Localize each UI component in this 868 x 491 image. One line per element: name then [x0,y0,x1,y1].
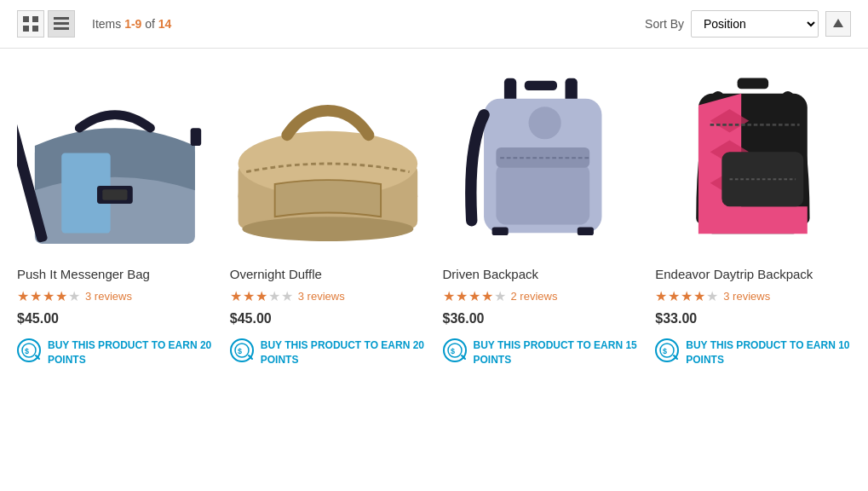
svg-rect-28 [496,164,589,225]
reviews-link[interactable]: 3 reviews [723,290,770,303]
product-price: $33.00 [655,311,851,326]
list-view-button[interactable] [48,10,75,38]
earn-icon: $ [655,338,679,362]
stars-row: ★★★★★ 3 reviews [655,288,851,304]
svg-text:$: $ [663,347,667,355]
product-card: Overnight Duffle ★★★★★ 3 reviews $45.00 … [230,74,426,367]
items-total: 14 [158,17,172,31]
product-image[interactable] [655,74,851,253]
svg-text:$: $ [25,347,29,355]
svg-rect-3 [32,26,38,32]
star-filled: ★ [30,288,42,304]
reviews-link[interactable]: 2 reviews [511,290,558,303]
svg-marker-7 [833,19,843,27]
product-name: Overnight Duffle [230,267,426,281]
svg-rect-2 [23,26,29,32]
earn-points[interactable]: $ BUY THIS PRODUCT TO EARN 15 POINTS [443,338,639,367]
stars: ★★★★★ [443,288,506,304]
view-controls [17,10,75,38]
items-range: 1-9 [124,17,141,31]
star-filled: ★ [481,288,493,304]
star-filled: ★ [43,288,55,304]
stars: ★★★★★ [655,288,718,304]
svg-rect-10 [191,128,202,146]
product-name: Driven Backpack [443,267,639,281]
earn-points-text: BUY THIS PRODUCT TO EARN 20 POINTS [261,338,426,367]
earn-points[interactable]: $ BUY THIS PRODUCT TO EARN 20 POINTS [17,338,213,367]
top-bar: Items 1-9 of 14 Sort By Position Product… [0,0,868,49]
stars-row: ★★★★★ 2 reviews [443,288,639,304]
star-empty: ★ [494,288,506,304]
earn-points-text: BUY THIS PRODUCT TO EARN 20 POINTS [48,338,213,367]
sort-controls: Sort By Position Product Name Price [645,10,851,38]
star-filled: ★ [256,288,267,304]
star-filled: ★ [17,288,29,304]
product-image[interactable] [17,74,213,253]
product-price: $36.00 [443,311,639,326]
items-count: Items 1-9 of 14 [92,17,171,31]
star-empty: ★ [281,288,293,304]
svg-rect-31 [577,227,593,235]
product-price: $45.00 [17,311,213,326]
list-icon [54,16,69,32]
star-filled: ★ [655,288,667,304]
stars-row: ★★★★★ 3 reviews [17,288,213,304]
sort-select[interactable]: Position Product Name Price [691,10,819,38]
earn-icon: $ [443,338,467,362]
svg-rect-30 [491,227,508,235]
svg-point-32 [528,107,560,139]
products-grid: Push It Messenger Bag ★★★★★ 3 reviews $4… [0,49,868,393]
star-empty: ★ [68,288,80,304]
product-image[interactable] [443,74,639,253]
earn-icon: $ [230,338,254,362]
svg-point-20 [242,217,413,241]
star-empty: ★ [706,288,718,304]
earn-points[interactable]: $ BUY THIS PRODUCT TO EARN 10 POINTS [655,338,851,367]
star-empty: ★ [268,288,280,304]
stars: ★★★★★ [17,288,80,304]
earn-points-text: BUY THIS PRODUCT TO EARN 15 POINTS [474,338,639,367]
star-filled: ★ [243,288,255,304]
svg-rect-13 [102,189,127,200]
product-name: Push It Messenger Bag [17,267,213,281]
svg-rect-6 [54,27,69,30]
product-card: Driven Backpack ★★★★★ 2 reviews $36.00 $… [443,74,639,367]
star-filled: ★ [230,288,242,304]
star-filled: ★ [55,288,67,304]
svg-rect-0 [23,16,29,22]
sort-asc-icon [831,17,845,31]
product-image[interactable] [230,74,426,253]
svg-rect-1 [32,16,38,22]
star-filled: ★ [468,288,480,304]
sort-label: Sort By [645,17,684,31]
earn-points-text: BUY THIS PRODUCT TO EARN 10 POINTS [686,338,851,367]
grid-view-button[interactable] [17,10,44,38]
product-card: Endeavor Daytrip Backpack ★★★★★ 3 review… [655,74,851,367]
product-name: Endeavor Daytrip Backpack [655,267,851,281]
product-price: $45.00 [230,311,426,326]
star-filled: ★ [443,288,455,304]
svg-rect-4 [54,17,69,20]
reviews-link[interactable]: 3 reviews [85,290,132,303]
star-filled: ★ [456,288,468,304]
reviews-link[interactable]: 3 reviews [298,290,345,303]
svg-rect-36 [738,78,769,90]
sort-direction-button[interactable] [825,11,851,37]
stars: ★★★★★ [230,288,293,304]
star-filled: ★ [681,288,693,304]
grid-icon [23,16,38,32]
svg-rect-26 [524,81,556,90]
star-filled: ★ [693,288,705,304]
earn-icon: $ [17,338,41,362]
svg-text:$: $ [451,347,455,355]
earn-points[interactable]: $ BUY THIS PRODUCT TO EARN 20 POINTS [230,338,426,367]
stars-row: ★★★★★ 3 reviews [230,288,426,304]
svg-text:$: $ [238,347,242,355]
svg-rect-5 [54,22,69,25]
product-card: Push It Messenger Bag ★★★★★ 3 reviews $4… [17,74,213,367]
star-filled: ★ [668,288,680,304]
